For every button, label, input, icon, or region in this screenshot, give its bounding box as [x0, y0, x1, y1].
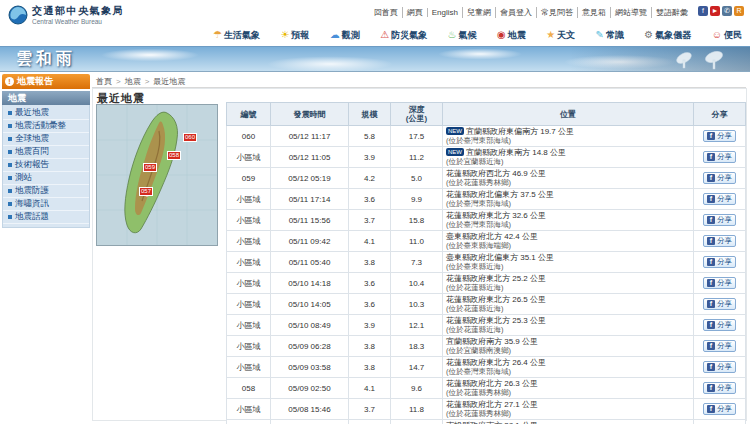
table-row: 小區域 05/11 09:42 4.1 11.0 NEW臺東縣政府北方 42.4… [227, 231, 746, 252]
facebook-share-button[interactable]: f 分享 [703, 151, 736, 163]
nav-item[interactable]: ⚠ 防災氣象 [380, 29, 427, 42]
quake-number[interactable]: 小區域 [227, 357, 271, 378]
social-icon[interactable]: ► [710, 6, 720, 16]
quake-marker[interactable]: 058 [167, 151, 181, 160]
top-link[interactable]: 回首頁 [370, 7, 402, 18]
nav-item[interactable]: ⚙ 氣象儀器 [644, 29, 691, 42]
social-icon[interactable]: ✆ [722, 6, 732, 16]
quake-location-sub: (位於花蓮縣秀林鄉) [446, 178, 690, 187]
top-link[interactable]: 常見問答 [536, 7, 577, 18]
quake-number[interactable]: 小區域 [227, 399, 271, 420]
nav-item[interactable]: ☁ 觀測 [330, 29, 360, 42]
quake-number[interactable]: 小區域 [227, 210, 271, 231]
top-link[interactable]: 兒童網 [462, 7, 495, 18]
quake-number[interactable]: 057 [227, 420, 271, 424]
quake-depth: 15.8 [391, 210, 443, 231]
cwb-logo[interactable]: 交通部中央氣象局 Central Weather Bureau [8, 4, 124, 25]
quake-share-cell: f 分享 [694, 168, 746, 189]
quake-number[interactable]: 小區域 [227, 294, 271, 315]
quake-share-cell: f 分享 [694, 378, 746, 399]
sidebar-item-label: 技術報告 [15, 159, 49, 171]
taiwan-earthquake-map[interactable]: 060058059057 [96, 104, 218, 246]
facebook-share-button[interactable]: f 分享 [703, 214, 736, 226]
nav-item-icon: ☁ [330, 30, 340, 40]
facebook-share-button[interactable]: f 分享 [703, 130, 736, 142]
facebook-share-button[interactable]: f 分享 [703, 256, 736, 268]
nav-item-icon: ⚠ [380, 30, 389, 40]
share-label: 分享 [717, 362, 732, 372]
quake-location-line: NEW宜蘭縣政府東南方 14.8 公里 [446, 148, 690, 157]
sidebar-item[interactable]: 全球地震 [3, 133, 89, 146]
sidebar-item[interactable]: 地震百問 [3, 146, 89, 159]
social-icon[interactable]: R [734, 6, 744, 16]
facebook-share-button[interactable]: f 分享 [703, 235, 736, 247]
quake-location-sub: (位於花蓮縣近海) [446, 304, 690, 313]
breadcrumb-link[interactable]: 地震 [125, 77, 141, 86]
top-link[interactable]: 雙語辭彙 [651, 7, 692, 18]
quake-location-text: 宜蘭縣政府東偏南方 19.7 公里 [466, 127, 574, 136]
sidebar-earthquake-report-button[interactable]: ! 地震報告 [2, 74, 90, 89]
facebook-share-button[interactable]: f 分享 [703, 403, 736, 415]
share-label: 分享 [717, 173, 732, 183]
sidebar-item[interactable]: 技術報告 [3, 159, 89, 172]
share-label: 分享 [717, 257, 732, 267]
quake-number[interactable]: 小區域 [227, 147, 271, 168]
facebook-share-button[interactable]: f 分享 [703, 382, 736, 394]
nav-item[interactable]: ★ 天文 [546, 29, 575, 42]
nav-item[interactable]: ☀ 預報 [280, 29, 309, 42]
quake-number[interactable]: 058 [227, 378, 271, 399]
facebook-share-button[interactable]: f 分享 [703, 298, 736, 310]
sidebar-item[interactable]: 最近地震 [3, 107, 89, 120]
quake-marker[interactable]: 057 [139, 187, 153, 196]
quake-number[interactable]: 小區域 [227, 252, 271, 273]
quake-magnitude: 4.1 [349, 231, 391, 252]
sidebar-item[interactable]: 地震話題 [3, 211, 89, 224]
sidebar-item-label: 海嘯資訊 [15, 198, 49, 210]
quake-location-sub: (位於花蓮縣秀林鄉) [446, 409, 690, 418]
quake-time: 05/12 11:05 [271, 147, 349, 168]
top-link[interactable]: 網頁 [402, 7, 427, 18]
quake-depth: 18.3 [391, 336, 443, 357]
breadcrumb-link[interactable]: 最近地震 [153, 77, 185, 86]
top-link[interactable]: 網站導覽 [610, 7, 651, 18]
top-link[interactable]: 意見箱 [577, 7, 610, 18]
quake-location-line: NEW臺東縣政府北方 42.4 公里 [446, 232, 690, 241]
top-link[interactable]: English [427, 8, 462, 17]
breadcrumb-item: 地震 [112, 76, 141, 87]
facebook-share-button[interactable]: f 分享 [703, 193, 736, 205]
quake-magnitude: 3.8 [349, 357, 391, 378]
facebook-share-button[interactable]: f 分享 [703, 172, 736, 184]
sidebar-item[interactable]: 地震活動彙整 [3, 120, 89, 133]
nav-item[interactable]: ✎ 常識 [596, 29, 624, 42]
table-row: 小區域 05/11 15:56 3.7 15.8 NEW花蓮縣政府東北方 32.… [227, 210, 746, 231]
nav-item-icon: ★ [546, 30, 555, 40]
nav-item[interactable]: ♨ 氣候 [448, 29, 477, 42]
quake-number[interactable]: 060 [227, 126, 271, 147]
sidebar-item[interactable]: 地震防護 [3, 185, 89, 198]
quake-number[interactable]: 059 [227, 168, 271, 189]
quake-number[interactable]: 小區域 [227, 336, 271, 357]
column-header: 深度 (公里) [391, 103, 443, 126]
facebook-share-button[interactable]: f 分享 [703, 277, 736, 289]
table-row: 小區域 05/10 14:18 3.6 10.4 NEW花蓮縣政府東北方 25.… [227, 273, 746, 294]
facebook-share-button[interactable]: f 分享 [703, 340, 736, 352]
sidebar-item-label: 測站 [15, 172, 32, 184]
nav-item[interactable]: ◉ 地震 [497, 29, 526, 42]
breadcrumb-link[interactable]: 首頁 [96, 77, 112, 86]
quake-number[interactable]: 小區域 [227, 231, 271, 252]
top-link[interactable]: 會員登入 [495, 7, 536, 18]
nav-item[interactable]: ☂ 生活氣象 [213, 29, 260, 42]
quake-marker[interactable]: 059 [143, 163, 157, 172]
social-icon[interactable]: f [698, 6, 708, 16]
facebook-share-button[interactable]: f 分享 [703, 319, 736, 331]
quake-number[interactable]: 小區域 [227, 189, 271, 210]
facebook-icon: f [707, 195, 715, 203]
quake-number[interactable]: 小區域 [227, 273, 271, 294]
nav-item[interactable]: ☺ 便民 [712, 29, 742, 42]
sidebar-item[interactable]: 海嘯資訊 [3, 198, 89, 211]
quake-location: NEW花蓮縣政府北方 27.1 公里 (位於花蓮縣秀林鄉) [443, 399, 694, 420]
quake-number[interactable]: 小區域 [227, 315, 271, 336]
quake-marker[interactable]: 060 [183, 133, 197, 142]
sidebar-item[interactable]: 測站 [3, 172, 89, 185]
facebook-share-button[interactable]: f 分享 [703, 361, 736, 373]
